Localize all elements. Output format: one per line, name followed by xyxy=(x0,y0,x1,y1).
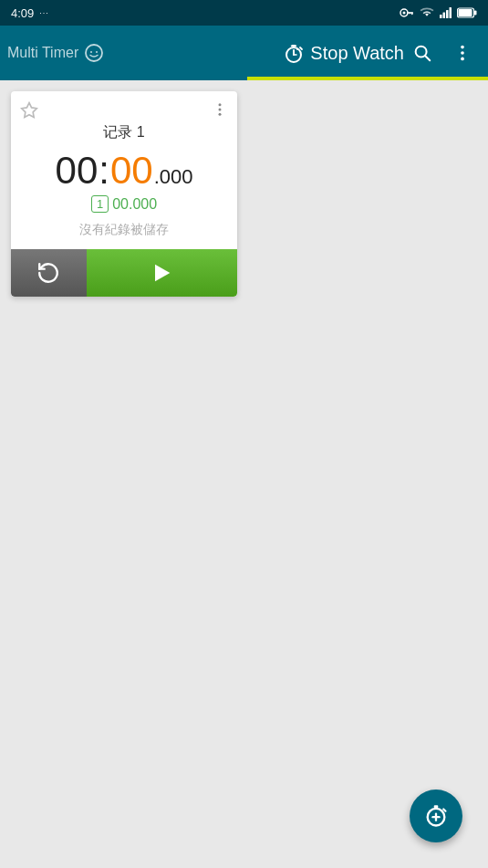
key-icon xyxy=(400,7,414,18)
timer-display: 00 : 00 .000 xyxy=(11,148,237,192)
svg-point-20 xyxy=(296,48,298,50)
stopwatch-header-icon xyxy=(283,41,305,65)
stopwatch-title: Stop Watch xyxy=(310,43,404,64)
svg-rect-11 xyxy=(474,11,477,16)
svg-marker-30 xyxy=(155,265,170,282)
svg-rect-8 xyxy=(450,7,452,18)
status-bar: 4:09 ··· xyxy=(0,0,488,26)
status-bar-right xyxy=(400,6,477,19)
add-stopwatch-icon xyxy=(423,803,449,829)
start-button[interactable] xyxy=(87,249,237,297)
multi-timer-label: Multi Timer xyxy=(7,45,78,61)
stopwatch-card: 记录 1 00 : 00 .000 1 00.000 沒有紀錄被儲存 xyxy=(11,91,237,297)
time-seconds: 00 xyxy=(110,152,153,190)
card-buttons xyxy=(11,249,237,297)
time-minutes: 00 xyxy=(56,152,99,190)
app-bar-left: Multi Timer xyxy=(7,43,283,63)
search-button[interactable] xyxy=(404,35,441,71)
svg-point-13 xyxy=(90,51,92,53)
svg-point-14 xyxy=(96,51,98,53)
search-icon xyxy=(412,43,432,63)
svg-line-35 xyxy=(443,809,445,810)
battery-icon xyxy=(457,7,477,18)
svg-rect-5 xyxy=(440,15,442,18)
svg-point-24 xyxy=(461,51,464,55)
time-display: 4:09 xyxy=(11,6,34,20)
reset-icon xyxy=(36,261,60,285)
svg-point-12 xyxy=(86,45,102,61)
svg-line-22 xyxy=(425,56,430,60)
svg-rect-10 xyxy=(459,9,472,16)
time-milliseconds: .000 xyxy=(154,167,193,187)
add-stopwatch-fab[interactable] xyxy=(410,790,462,842)
svg-line-19 xyxy=(300,47,302,49)
lap-time: 00.000 xyxy=(112,196,157,213)
card-header xyxy=(11,91,237,123)
card-more-options[interactable] xyxy=(212,99,228,119)
favorite-icon[interactable] xyxy=(20,99,38,120)
svg-point-27 xyxy=(219,104,222,107)
lap-badge: 1 xyxy=(91,195,109,213)
svg-rect-34 xyxy=(434,805,439,808)
time-colon: : xyxy=(99,152,109,190)
svg-point-28 xyxy=(219,109,222,111)
wifi-icon xyxy=(419,6,435,19)
svg-rect-3 xyxy=(411,12,413,15)
app-bar: Multi Timer Stop Watch xyxy=(0,26,488,80)
no-records-text: 沒有紀錄被儲存 xyxy=(11,218,237,249)
svg-point-1 xyxy=(403,12,406,15)
card-title: 记录 1 xyxy=(11,123,237,142)
svg-marker-26 xyxy=(22,102,37,117)
status-bar-left: 4:09 ··· xyxy=(11,6,49,20)
svg-rect-4 xyxy=(410,12,411,14)
svg-rect-7 xyxy=(446,10,449,18)
svg-point-23 xyxy=(461,46,464,49)
svg-point-29 xyxy=(219,113,222,116)
more-vertical-icon xyxy=(452,43,472,63)
app-bar-actions xyxy=(404,35,481,71)
more-options-button[interactable] xyxy=(444,35,481,71)
reset-button[interactable] xyxy=(11,249,87,297)
signal-icon xyxy=(440,7,452,18)
main-content: 记录 1 00 : 00 .000 1 00.000 沒有紀錄被儲存 xyxy=(0,80,488,868)
svg-point-25 xyxy=(461,58,464,61)
play-icon xyxy=(149,260,174,286)
time-main: 00 : 00 .000 xyxy=(56,152,193,190)
status-dots: ··· xyxy=(39,8,49,17)
svg-rect-6 xyxy=(443,13,446,19)
multi-timer-icon xyxy=(84,43,104,63)
lap-display: 1 00.000 xyxy=(11,195,237,213)
stopwatch-section: Stop Watch xyxy=(283,41,404,65)
